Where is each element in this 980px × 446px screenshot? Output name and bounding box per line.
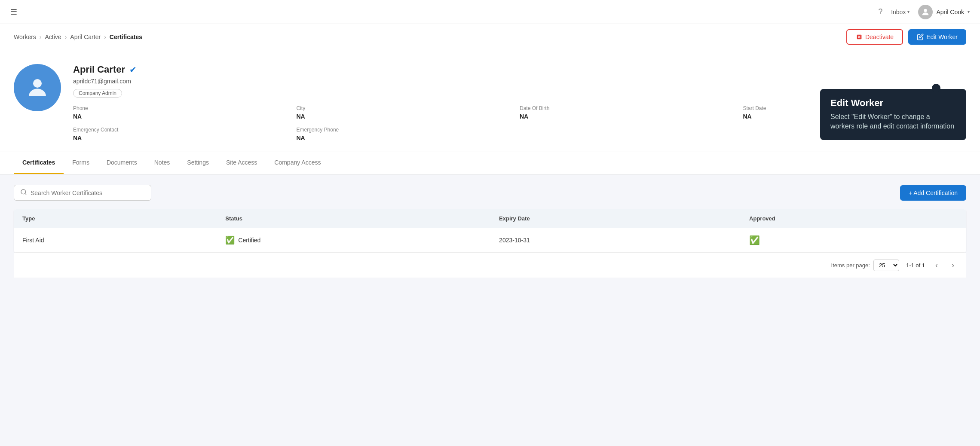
emergency-phone-value: NA bbox=[297, 134, 520, 141]
breadcrumb-worker-name[interactable]: April Carter bbox=[70, 34, 101, 40]
top-nav: ☰ ? Inbox ▾ April Cook ▾ bbox=[0, 0, 980, 24]
prev-page-button[interactable]: ‹ bbox=[932, 259, 941, 272]
nav-left: ☰ bbox=[10, 7, 17, 17]
hamburger-menu[interactable]: ☰ bbox=[10, 7, 17, 17]
cert-type: First Aid bbox=[14, 228, 217, 253]
breadcrumb-actions: Deactivate Edit Worker bbox=[846, 29, 966, 45]
breadcrumb-active[interactable]: Active bbox=[45, 34, 61, 40]
dob-label: Date Of Birth bbox=[520, 105, 743, 111]
tooltip-title: Edit Worker bbox=[830, 98, 956, 109]
field-emergency-phone: Emergency Phone NA bbox=[297, 127, 520, 141]
profile-name-row: April Carter ✔ bbox=[73, 64, 966, 75]
edit-worker-tooltip: Edit Worker Select "Edit Worker" to chan… bbox=[820, 89, 966, 140]
certificates-table: Type Status Expiry Date Approved First A… bbox=[14, 209, 966, 253]
tabs-bar: Certificates Forms Documents Notes Setti… bbox=[0, 152, 980, 174]
phone-value: NA bbox=[73, 113, 297, 120]
field-emergency-contact: Emergency Contact NA bbox=[73, 127, 297, 141]
edit-worker-button[interactable]: Edit Worker bbox=[908, 29, 966, 45]
breadcrumb-sep-3: › bbox=[104, 34, 106, 40]
user-chevron-icon: ▾ bbox=[968, 9, 970, 14]
emergency-contact-value: NA bbox=[73, 134, 297, 141]
nav-right: ? Inbox ▾ April Cook ▾ bbox=[878, 5, 970, 19]
col-type: Type bbox=[14, 209, 217, 228]
certified-check-icon: ✅ bbox=[225, 235, 235, 245]
verified-icon: ✔ bbox=[129, 64, 137, 75]
svg-point-5 bbox=[21, 189, 26, 194]
approved-check-icon: ✅ bbox=[749, 235, 760, 245]
breadcrumb-current: Certificates bbox=[110, 34, 142, 40]
search-add-row: + Add Certification bbox=[14, 185, 966, 201]
col-approved: Approved bbox=[741, 209, 966, 228]
breadcrumb: Workers › Active › April Carter › Certif… bbox=[14, 34, 142, 40]
tab-company-access[interactable]: Company Access bbox=[266, 152, 329, 174]
svg-point-0 bbox=[924, 9, 927, 12]
cert-expiry: 2023-10-31 bbox=[490, 228, 741, 253]
items-per-page: Items per page: 25 50 100 bbox=[831, 260, 899, 271]
inbox-button[interactable]: Inbox ▾ bbox=[891, 9, 910, 15]
breadcrumb-sep-1: › bbox=[40, 34, 42, 40]
deactivate-button[interactable]: Deactivate bbox=[846, 29, 903, 45]
city-label: City bbox=[297, 105, 520, 111]
user-avatar bbox=[918, 5, 933, 19]
add-certification-button[interactable]: + Add Certification bbox=[900, 185, 966, 201]
inbox-label: Inbox bbox=[891, 9, 906, 15]
worker-avatar bbox=[14, 64, 61, 111]
dob-value: NA bbox=[520, 113, 743, 120]
profile-section: April Carter ✔ aprildc71@gmail.com Compa… bbox=[0, 50, 980, 152]
table-header-row: Type Status Expiry Date Approved bbox=[14, 209, 966, 228]
phone-label: Phone bbox=[73, 105, 297, 111]
next-page-button[interactable]: › bbox=[948, 259, 958, 272]
items-per-page-label: Items per page: bbox=[831, 262, 870, 269]
cert-approved: ✅ bbox=[741, 228, 966, 253]
field-dob: Date Of Birth NA bbox=[520, 105, 743, 120]
worker-name: April Carter bbox=[73, 64, 125, 75]
city-value: NA bbox=[297, 113, 520, 120]
breadcrumb-workers[interactable]: Workers bbox=[14, 34, 36, 40]
inbox-chevron-icon: ▾ bbox=[907, 9, 910, 14]
tab-documents[interactable]: Documents bbox=[98, 152, 146, 174]
search-input[interactable] bbox=[31, 189, 145, 196]
tab-certificates[interactable]: Certificates bbox=[14, 152, 64, 174]
cert-status-label: Certified bbox=[238, 237, 260, 244]
tab-settings[interactable]: Settings bbox=[178, 152, 217, 174]
svg-point-4 bbox=[33, 79, 42, 88]
emergency-phone-label: Emergency Phone bbox=[297, 127, 520, 133]
col-expiry: Expiry Date bbox=[490, 209, 741, 228]
pagination-row: Items per page: 25 50 100 1-1 of 1 ‹ › bbox=[14, 253, 966, 278]
user-name-label: April Cook bbox=[936, 9, 964, 15]
breadcrumb-sep-2: › bbox=[65, 34, 67, 40]
emergency-contact-label: Emergency Contact bbox=[73, 127, 297, 133]
tooltip-text: Select "Edit Worker" to change a workers… bbox=[830, 112, 956, 131]
tab-forms[interactable]: Forms bbox=[64, 152, 98, 174]
tab-site-access[interactable]: Site Access bbox=[217, 152, 266, 174]
breadcrumb-bar: Workers › Active › April Carter › Certif… bbox=[0, 24, 980, 50]
table-row: First Aid ✅ Certified 2023-10-31 ✅ bbox=[14, 228, 966, 253]
tab-notes[interactable]: Notes bbox=[146, 152, 179, 174]
worker-email: aprildc71@gmail.com bbox=[73, 78, 966, 85]
deactivate-label: Deactivate bbox=[865, 34, 894, 40]
add-cert-label: + Add Certification bbox=[909, 189, 958, 196]
help-icon[interactable]: ? bbox=[878, 7, 882, 16]
edit-worker-label: Edit Worker bbox=[926, 34, 958, 40]
search-box[interactable] bbox=[14, 185, 151, 201]
content-area: + Add Certification Type Status Expiry D… bbox=[0, 174, 980, 288]
tooltip-pin bbox=[932, 84, 940, 92]
col-status: Status bbox=[217, 209, 490, 228]
field-city: City NA bbox=[297, 105, 520, 120]
deactivate-icon bbox=[856, 34, 863, 40]
search-icon bbox=[20, 189, 27, 197]
edit-icon bbox=[917, 34, 924, 40]
per-page-select[interactable]: 25 50 100 bbox=[873, 260, 899, 271]
cert-status: ✅ Certified bbox=[217, 228, 490, 253]
avatar-icon bbox=[921, 7, 930, 17]
field-phone: Phone NA bbox=[73, 105, 297, 120]
page-range: 1-1 of 1 bbox=[906, 262, 925, 269]
company-admin-badge: Company Admin bbox=[73, 89, 122, 98]
worker-avatar-icon bbox=[24, 75, 50, 101]
user-menu[interactable]: April Cook ▾ bbox=[918, 5, 970, 19]
